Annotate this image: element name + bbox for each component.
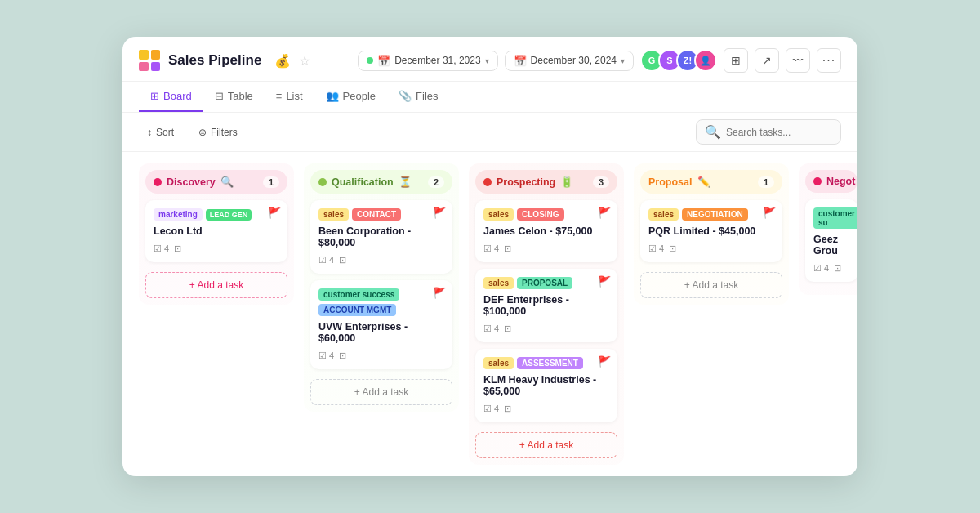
add-task-discovery[interactable]: + Add a task [145,272,287,298]
col-count-prospecting: 3 [593,176,609,188]
title-emoji: 💰 [274,53,291,69]
chart-icon[interactable]: 〰 [786,48,810,73]
star-icon[interactable]: ☆ [299,53,310,69]
tag-customer-success-uvw[interactable]: customer success [318,288,399,301]
end-date: December 30, 2024 [531,55,617,66]
card-flag-been: 🚩 [433,207,446,219]
card-james: 🚩 sales CLOSING James Celon - $75,000 ☑ … [475,200,617,262]
tag-customer-su-geez[interactable]: customer su [813,207,858,229]
logo-cell-1 [139,50,149,60]
active-dot [367,57,373,64]
card-pqr: 🚩 sales NEGOTIATION PQR Limited - $45,00… [640,200,782,262]
logo-cell-4 [151,62,161,72]
tag-sales-been[interactable]: sales [318,208,349,221]
app-window: Sales Pipeline 💰 ☆ 📅 December 31, 2023 ▾… [122,37,858,476]
tag-contact-been[interactable]: CONTACT [352,208,401,221]
add-task-qualification[interactable]: + Add a task [310,379,452,405]
search-box[interactable]: 🔍 [696,119,841,145]
card-title-lecon: Lecon Ltd [154,225,279,237]
column-discovery: Discovery 🔍 1 🚩 marketing LEAD GEN Lecon… [139,163,294,305]
add-task-proposal[interactable]: + Add a task [640,272,782,298]
tag-sales-james[interactable]: sales [483,208,514,221]
tab-board[interactable]: ⊞ Board [139,82,203,112]
tab-files[interactable]: 📎 Files [387,82,449,112]
tabs: ⊞ Board ⊟ Table ≡ List 👥 People 📎 Files [122,82,858,113]
tab-table[interactable]: ⊟ Table [203,82,265,112]
card-klm: 🚩 sales ASSESSMENT KLM Heavy Industries … [475,349,617,422]
card-title-been: Been Corporation - $80,000 [318,225,444,248]
card-title-geez: Geez Grou [813,234,849,256]
tag-account-mgmt-uvw[interactable]: ACCOUNT MGMT [318,304,396,316]
gallery-icon[interactable]: ⊞ [724,48,748,73]
logo-cell-3 [139,62,149,72]
tag-sales-klm[interactable]: sales [483,357,514,369]
col-title-proposal: Proposal [648,176,693,188]
card-flag-klm: 🚩 [598,355,611,368]
tab-people[interactable]: 👥 People [314,82,387,112]
tag-lead-gen[interactable]: LEAD GEN [206,209,252,221]
subtask-count-klm: ☑ 4 [483,404,499,414]
card-footer-been: ☑ 4 ⊡ [318,255,444,265]
filters-button[interactable]: ⊜ Filters [190,123,246,142]
tag-marketing[interactable]: marketing [154,208,203,221]
board: Discovery 🔍 1 🚩 marketing LEAD GEN Lecon… [122,152,858,476]
col-emoji-proposal: ✏️ [697,176,710,188]
table-tab-icon: ⊟ [215,90,224,102]
tag-proposal-def[interactable]: PROPOSAL [517,277,572,289]
card-footer-lecon: ☑ 4 ⊡ [154,243,279,254]
card-footer-def: ☑ 4 ⊡ [483,323,609,334]
header: Sales Pipeline 💰 ☆ 📅 December 31, 2023 ▾… [122,37,858,82]
card-footer-pqr: ☑ 4 ⊡ [648,243,774,254]
share-icon[interactable]: ↗ [755,48,779,73]
end-date-pill[interactable]: 📅 December 30, 2024 ▾ [505,51,634,71]
page-title: Sales Pipeline [168,52,261,69]
card-tags-pqr: sales NEGOTIATION [648,208,774,221]
search-input[interactable] [726,127,832,138]
card-tags-james: sales CLOSING [483,208,609,221]
list-tab-icon: ≡ [276,90,283,102]
column-proposal: Proposal ✏️ 1 🚩 sales NEGOTIATION PQR Li… [634,163,789,305]
calendar-icon: 📅 [377,55,390,67]
card-title-klm: KLM Heavy Industries - $65,000 [483,374,609,397]
subtask-count-def: ☑ 4 [483,323,499,334]
people-tab-icon: 👥 [326,90,339,102]
card-flag-james: 🚩 [598,207,611,219]
subtask-count-been: ☑ 4 [318,255,334,265]
card-flag-def: 🚩 [598,275,611,288]
tag-sales-pqr[interactable]: sales [648,208,679,221]
tab-list[interactable]: ≡ List [265,82,314,112]
sort-button[interactable]: ↕ Sort [139,123,182,142]
board-tab-icon: ⊞ [150,90,159,102]
subtask-count-lecon: ☑ 4 [154,243,169,254]
card-def: 🚩 sales PROPOSAL DEF Enterprises - $100,… [475,269,617,342]
filters-label: Filters [211,127,238,138]
tag-assessment-klm[interactable]: ASSESSMENT [517,357,583,369]
add-task-prospecting[interactable]: + Add a task [475,432,617,458]
more-icon[interactable]: ··· [817,48,841,73]
card-flag-pqr: 🚩 [763,207,776,219]
subtask-count-geez: ☑ 4 [813,263,829,274]
tab-board-label: Board [163,90,192,102]
card-tags-uvw: customer success ACCOUNT MGMT [318,288,444,316]
calendar-icon-2: 📅 [514,55,527,67]
card-tags-def: sales PROPOSAL [483,277,609,289]
tag-negotiation-pqr[interactable]: NEGOTIATION [682,208,748,221]
subtask-count-james: ☑ 4 [483,243,499,254]
col-dot-prospecting [483,178,492,186]
avatar-4[interactable]: 👤 [694,49,717,72]
sort-label: Sort [156,127,174,138]
tag-closing-james[interactable]: CLOSING [517,208,564,221]
col-title-discovery: Discovery [167,176,216,188]
tag-sales-def[interactable]: sales [483,277,514,289]
col-dot-negotiation [813,177,822,185]
header-right: 📅 December 31, 2023 ▾ 📅 December 30, 202… [358,48,841,73]
card-tags-been: sales CONTACT [318,208,444,221]
start-date-pill[interactable]: 📅 December 31, 2023 ▾ [358,51,497,71]
col-emoji-prospecting: 🔋 [560,176,573,188]
filter-icon: ⊜ [198,127,207,138]
col-count-proposal: 1 [758,176,774,188]
card-flag-lecon: 🚩 [268,207,281,219]
card-footer-geez: ☑ 4 ⊡ [813,263,849,274]
column-header-discovery: Discovery 🔍 1 [145,170,287,194]
attachment-lecon: ⊡ [174,243,181,254]
